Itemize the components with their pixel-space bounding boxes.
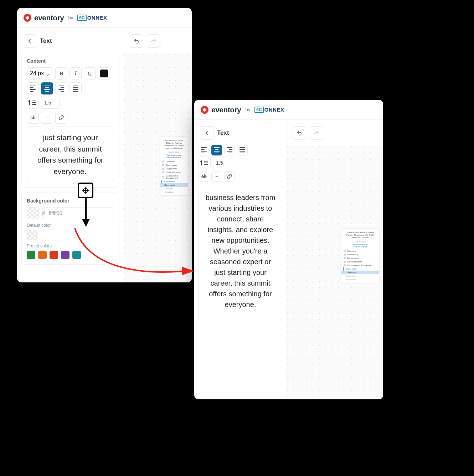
undo-button[interactable] bbox=[130, 34, 143, 48]
line-height-button[interactable] bbox=[27, 97, 39, 109]
preset-swatch[interactable] bbox=[50, 251, 58, 259]
align-center-button[interactable] bbox=[41, 82, 53, 94]
panel-title: Text bbox=[217, 129, 229, 137]
clear-format-button[interactable]: a̶b̶ bbox=[27, 112, 39, 124]
minimap-item[interactable]: Lectures bbox=[341, 274, 379, 278]
preset-swatch[interactable] bbox=[27, 251, 35, 259]
minimap-item[interactable]: Communication bbox=[160, 170, 188, 174]
align-center-icon bbox=[44, 86, 50, 92]
panel-title: Text bbox=[40, 37, 52, 45]
redo-icon bbox=[314, 130, 319, 136]
color-swatch-icon bbox=[100, 70, 108, 77]
transition-arrow-icon bbox=[75, 228, 196, 287]
text-preview-content: just starting your career, this summit o… bbox=[37, 133, 103, 175]
minimap-item[interactable]: Event stats bbox=[343, 267, 379, 271]
underline-button[interactable]: U bbox=[84, 67, 96, 80]
link-button[interactable] bbox=[55, 112, 67, 124]
redo-icon bbox=[151, 38, 156, 44]
align-left-icon bbox=[30, 86, 36, 92]
line-height-value[interactable]: 1.5 bbox=[213, 158, 231, 168]
minimap-item-icon bbox=[162, 164, 164, 166]
minus-icon: − bbox=[215, 174, 218, 179]
align-right-icon bbox=[227, 147, 232, 153]
italic-button[interactable]: I bbox=[69, 67, 82, 80]
minimap-item[interactable]: Overview bbox=[160, 160, 188, 163]
text-preview-content: business leaders from various industries… bbox=[206, 194, 275, 308]
remove-button[interactable]: − bbox=[41, 112, 53, 124]
font-size-select[interactable]: 24 px ⌄ bbox=[27, 67, 53, 80]
align-justify-button[interactable] bbox=[237, 145, 248, 155]
minimap-item[interactable]: Event setup bbox=[160, 163, 188, 167]
minimap-item-icon bbox=[344, 261, 346, 263]
minimap-item[interactable]: Event stats bbox=[161, 180, 188, 183]
partner-prefix: 6C bbox=[254, 107, 263, 113]
minimap-item[interactable]: Overview bbox=[341, 249, 379, 253]
content-title: Content bbox=[27, 58, 114, 64]
minimap-item[interactable]: Exhibitors bbox=[160, 190, 188, 194]
minimap-item[interactable]: Community bbox=[160, 183, 188, 187]
minimap-item[interactable]: Lectures bbox=[160, 187, 188, 190]
line-height-button[interactable] bbox=[199, 158, 211, 168]
line-height-value[interactable]: 1.5 bbox=[41, 97, 60, 109]
align-left-button[interactable] bbox=[199, 145, 209, 155]
canvas-grid[interactable]: Virtual Event Tech • 6Connex Partner Sho… bbox=[287, 146, 383, 399]
bg-swatch-transparent[interactable] bbox=[27, 207, 39, 219]
default-color-label: Default color bbox=[27, 223, 114, 228]
minimap-title: Virtual Event Tech • 6Connex Partner Sho… bbox=[160, 138, 188, 151]
hex-input-wrap: # bbox=[42, 207, 114, 219]
minimap-item-label: Overview bbox=[166, 160, 175, 163]
bold-button[interactable]: B bbox=[55, 67, 67, 80]
align-right-button[interactable] bbox=[224, 145, 235, 155]
minimap-item-label: Registration bbox=[347, 257, 359, 259]
brand-partner: 6C ONNEX bbox=[254, 107, 284, 113]
chevron-left-icon bbox=[27, 38, 32, 44]
redo-button[interactable] bbox=[147, 34, 160, 48]
minimap-link[interactable]: View event space bbox=[341, 246, 379, 248]
minimap[interactable]: Virtual Event Tech • 6Connex Partner Sho… bbox=[341, 228, 380, 283]
minimap-date: Feb 28, 2024 bbox=[341, 241, 379, 243]
minimap[interactable]: Virtual Event Tech • 6Connex Partner Sho… bbox=[160, 136, 188, 196]
minimap-item-label: Event stats bbox=[346, 268, 356, 270]
align-right-button[interactable] bbox=[55, 82, 67, 94]
minimap-item-label: Communication bbox=[347, 261, 362, 263]
minimap-item[interactable]: Registration bbox=[160, 167, 188, 170]
align-justify-button[interactable] bbox=[69, 82, 82, 94]
svg-marker-2 bbox=[182, 267, 195, 275]
minimap-item[interactable]: Communication bbox=[341, 260, 379, 263]
minimap-item-icon bbox=[162, 160, 164, 163]
align-justify-icon bbox=[73, 86, 78, 92]
minimap-item-label: Communication bbox=[166, 171, 181, 173]
back-button[interactable] bbox=[23, 34, 36, 48]
text-color-button[interactable] bbox=[98, 67, 110, 80]
back-button[interactable] bbox=[200, 126, 213, 140]
text-preview[interactable]: just starting your career, this summit o… bbox=[27, 127, 114, 182]
minimap-item[interactable]: Community & Engagement bbox=[341, 263, 379, 267]
preset-swatch[interactable] bbox=[38, 251, 47, 259]
undo-icon bbox=[297, 130, 302, 136]
redo-button[interactable] bbox=[310, 126, 323, 140]
minimap-item[interactable]: Community & Engagement bbox=[160, 174, 188, 180]
minimap-item[interactable]: Registration bbox=[341, 256, 379, 260]
minimap-item-label: Community bbox=[164, 184, 175, 186]
partner-suffix: ONNEX bbox=[264, 107, 284, 113]
text-preview[interactable]: business leaders from various industries… bbox=[199, 185, 282, 320]
hex-input[interactable] bbox=[45, 208, 114, 219]
align-center-button[interactable] bbox=[211, 145, 222, 155]
align-left-button[interactable] bbox=[27, 82, 39, 94]
minimap-item[interactable]: Community bbox=[341, 271, 379, 274]
bold-icon: B bbox=[60, 71, 63, 76]
minimap-item[interactable]: Event setup bbox=[341, 253, 379, 256]
remove-button[interactable]: − bbox=[211, 171, 222, 182]
minimap-item-icon bbox=[344, 250, 346, 252]
default-color-swatch[interactable] bbox=[27, 230, 37, 240]
link-button[interactable] bbox=[224, 171, 235, 182]
font-size-value: 24 px bbox=[30, 70, 44, 77]
minimap-item-label: Event stats bbox=[164, 180, 175, 183]
minimap-item-icon bbox=[344, 264, 346, 266]
preset-swatch[interactable] bbox=[61, 251, 69, 259]
minimap-link[interactable]: View event space bbox=[160, 156, 188, 159]
clear-format-button[interactable]: a̶b̶ bbox=[199, 171, 209, 182]
link-icon bbox=[58, 115, 64, 121]
undo-button[interactable] bbox=[293, 126, 306, 140]
minimap-item[interactable]: Exhibitors bbox=[341, 278, 379, 281]
